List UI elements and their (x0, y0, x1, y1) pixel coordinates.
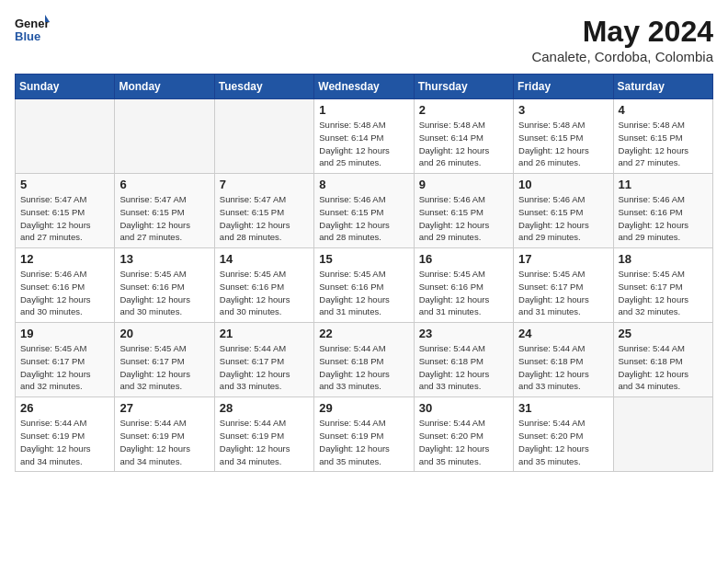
calendar-cell (613, 397, 712, 472)
day-number: 4 (619, 103, 708, 117)
day-number: 27 (119, 401, 209, 415)
calendar-cell: 22Sunrise: 5:44 AM Sunset: 6:18 PM Dayli… (314, 323, 414, 397)
calendar-cell: 30Sunrise: 5:44 AM Sunset: 6:20 PM Dayli… (414, 397, 513, 472)
calendar-cell: 29Sunrise: 5:44 AM Sunset: 6:19 PM Dayli… (314, 397, 414, 472)
calendar-week-row: 1Sunrise: 5:48 AM Sunset: 6:14 PM Daylig… (16, 99, 713, 174)
calendar-cell: 13Sunrise: 5:45 AM Sunset: 6:16 PM Dayli… (115, 248, 214, 323)
day-number: 17 (518, 252, 608, 266)
day-info: Sunrise: 5:48 AM Sunset: 6:14 PM Dayligh… (419, 119, 508, 169)
calendar-cell: 24Sunrise: 5:44 AM Sunset: 6:18 PM Dayli… (514, 323, 613, 397)
calendar-cell: 26Sunrise: 5:44 AM Sunset: 6:19 PM Dayli… (16, 397, 115, 472)
day-info: Sunrise: 5:47 AM Sunset: 6:15 PM Dayligh… (20, 193, 109, 244)
day-info: Sunrise: 5:44 AM Sunset: 6:18 PM Dayligh… (419, 342, 508, 393)
day-number: 26 (20, 401, 109, 415)
day-info: Sunrise: 5:45 AM Sunset: 6:16 PM Dayligh… (319, 268, 408, 318)
day-info: Sunrise: 5:45 AM Sunset: 6:16 PM Dayligh… (119, 268, 209, 318)
day-info: Sunrise: 5:45 AM Sunset: 6:16 PM Dayligh… (220, 268, 309, 318)
calendar-cell: 1Sunrise: 5:48 AM Sunset: 6:14 PM Daylig… (314, 99, 414, 174)
day-number: 15 (319, 252, 408, 266)
svg-text:Blue: Blue (15, 29, 40, 43)
day-number: 2 (419, 103, 508, 117)
day-info: Sunrise: 5:44 AM Sunset: 6:17 PM Dayligh… (220, 342, 309, 393)
day-info: Sunrise: 5:44 AM Sunset: 6:20 PM Dayligh… (518, 417, 608, 467)
day-number: 23 (419, 327, 508, 340)
header-friday: Friday (514, 75, 613, 99)
calendar-table: SundayMondayTuesdayWednesdayThursdayFrid… (15, 74, 713, 472)
day-number: 31 (518, 401, 608, 415)
day-number: 5 (20, 178, 109, 191)
day-number: 20 (119, 327, 209, 340)
day-info: Sunrise: 5:48 AM Sunset: 6:15 PM Dayligh… (518, 119, 608, 169)
header-tuesday: Tuesday (214, 75, 313, 99)
day-info: Sunrise: 5:45 AM Sunset: 6:17 PM Dayligh… (119, 342, 209, 393)
day-info: Sunrise: 5:46 AM Sunset: 6:15 PM Dayligh… (419, 193, 508, 244)
day-info: Sunrise: 5:44 AM Sunset: 6:19 PM Dayligh… (20, 417, 109, 467)
header-monday: Monday (115, 75, 214, 99)
location-subtitle: Canalete, Cordoba, Colombia (531, 49, 713, 64)
svg-text:General: General (15, 17, 50, 30)
logo-graphic: General Blue (15, 15, 50, 44)
calendar-cell: 25Sunrise: 5:44 AM Sunset: 6:18 PM Dayli… (613, 323, 712, 397)
day-info: Sunrise: 5:46 AM Sunset: 6:15 PM Dayligh… (518, 193, 608, 244)
header-wednesday: Wednesday (314, 75, 414, 99)
calendar-cell: 16Sunrise: 5:45 AM Sunset: 6:16 PM Dayli… (414, 248, 513, 323)
calendar-header-row: SundayMondayTuesdayWednesdayThursdayFrid… (16, 75, 713, 99)
calendar-week-row: 12Sunrise: 5:46 AM Sunset: 6:16 PM Dayli… (16, 248, 713, 323)
day-info: Sunrise: 5:48 AM Sunset: 6:14 PM Dayligh… (319, 119, 408, 169)
title-block: May 2024 Canalete, Cordoba, Colombia (531, 15, 713, 64)
day-number: 24 (518, 327, 608, 340)
day-number: 30 (419, 401, 508, 415)
calendar-cell: 11Sunrise: 5:46 AM Sunset: 6:16 PM Dayli… (613, 174, 712, 248)
day-info: Sunrise: 5:48 AM Sunset: 6:15 PM Dayligh… (619, 119, 708, 169)
day-info: Sunrise: 5:47 AM Sunset: 6:15 PM Dayligh… (119, 193, 209, 244)
day-info: Sunrise: 5:44 AM Sunset: 6:18 PM Dayligh… (518, 342, 608, 393)
calendar-cell: 18Sunrise: 5:45 AM Sunset: 6:17 PM Dayli… (613, 248, 712, 323)
day-number: 7 (220, 178, 309, 191)
header-saturday: Saturday (613, 75, 712, 99)
day-info: Sunrise: 5:46 AM Sunset: 6:15 PM Dayligh… (319, 193, 408, 244)
day-info: Sunrise: 5:47 AM Sunset: 6:15 PM Dayligh… (220, 193, 309, 244)
calendar-week-row: 19Sunrise: 5:45 AM Sunset: 6:17 PM Dayli… (16, 323, 713, 397)
day-number: 6 (119, 178, 209, 191)
calendar-cell: 31Sunrise: 5:44 AM Sunset: 6:20 PM Dayli… (514, 397, 613, 472)
day-number: 1 (319, 103, 408, 117)
day-number: 16 (419, 252, 508, 266)
month-year-title: May 2024 (531, 15, 713, 49)
day-number: 9 (419, 178, 508, 191)
calendar-cell: 8Sunrise: 5:46 AM Sunset: 6:15 PM Daylig… (314, 174, 414, 248)
day-info: Sunrise: 5:45 AM Sunset: 6:17 PM Dayligh… (20, 342, 109, 393)
day-number: 21 (220, 327, 309, 340)
calendar-cell: 28Sunrise: 5:44 AM Sunset: 6:19 PM Dayli… (214, 397, 313, 472)
day-info: Sunrise: 5:44 AM Sunset: 6:19 PM Dayligh… (220, 417, 309, 467)
calendar-cell (115, 99, 214, 174)
day-info: Sunrise: 5:45 AM Sunset: 6:17 PM Dayligh… (518, 268, 608, 318)
day-info: Sunrise: 5:45 AM Sunset: 6:17 PM Dayligh… (619, 268, 708, 318)
day-info: Sunrise: 5:45 AM Sunset: 6:16 PM Dayligh… (419, 268, 508, 318)
day-number: 22 (319, 327, 408, 340)
day-number: 12 (20, 252, 109, 266)
calendar-cell (214, 99, 313, 174)
calendar-cell: 27Sunrise: 5:44 AM Sunset: 6:19 PM Dayli… (115, 397, 214, 472)
day-info: Sunrise: 5:46 AM Sunset: 6:16 PM Dayligh… (619, 193, 708, 244)
calendar-cell: 14Sunrise: 5:45 AM Sunset: 6:16 PM Dayli… (214, 248, 313, 323)
day-number: 18 (619, 252, 708, 266)
day-info: Sunrise: 5:44 AM Sunset: 6:20 PM Dayligh… (419, 417, 508, 467)
day-info: Sunrise: 5:44 AM Sunset: 6:19 PM Dayligh… (119, 417, 209, 467)
calendar-cell: 12Sunrise: 5:46 AM Sunset: 6:16 PM Dayli… (16, 248, 115, 323)
calendar-cell: 15Sunrise: 5:45 AM Sunset: 6:16 PM Dayli… (314, 248, 414, 323)
day-number: 8 (319, 178, 408, 191)
calendar-week-row: 26Sunrise: 5:44 AM Sunset: 6:19 PM Dayli… (16, 397, 713, 472)
calendar-cell: 19Sunrise: 5:45 AM Sunset: 6:17 PM Dayli… (16, 323, 115, 397)
calendar-cell: 6Sunrise: 5:47 AM Sunset: 6:15 PM Daylig… (115, 174, 214, 248)
calendar-cell (16, 99, 115, 174)
page-header: General Blue May 2024 Canalete, Cordoba,… (15, 15, 713, 64)
day-number: 13 (119, 252, 209, 266)
calendar-cell: 7Sunrise: 5:47 AM Sunset: 6:15 PM Daylig… (214, 174, 313, 248)
calendar-week-row: 5Sunrise: 5:47 AM Sunset: 6:15 PM Daylig… (16, 174, 713, 248)
calendar-cell: 17Sunrise: 5:45 AM Sunset: 6:17 PM Dayli… (514, 248, 613, 323)
calendar-cell: 5Sunrise: 5:47 AM Sunset: 6:15 PM Daylig… (16, 174, 115, 248)
day-number: 3 (518, 103, 608, 117)
day-info: Sunrise: 5:44 AM Sunset: 6:19 PM Dayligh… (319, 417, 408, 467)
logo-wordmark: General Blue (15, 15, 50, 44)
day-info: Sunrise: 5:44 AM Sunset: 6:18 PM Dayligh… (319, 342, 408, 393)
